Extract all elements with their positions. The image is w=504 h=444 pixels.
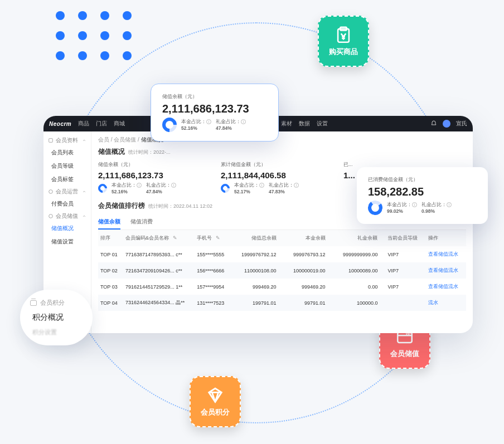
badge-points: 会员积分 <box>190 376 241 427</box>
table-row: TOP 027216347209109426... c**156****6666… <box>98 262 466 279</box>
ops-icon <box>48 189 54 194</box>
pill-header: 会员积分 <box>30 299 83 307</box>
col-principal: 本金余额 <box>284 230 333 246</box>
view-link[interactable]: 查看储值流水 <box>428 251 458 257</box>
info-icon[interactable]: i <box>294 183 299 188</box>
profile-icon <box>48 138 54 143</box>
info-icon[interactable]: i <box>171 183 176 188</box>
stat-label: 储值余额（元） <box>98 161 198 168</box>
col-code: 会员编码&会员名称 ✎ <box>123 230 195 246</box>
info-icon[interactable]: i <box>241 119 246 124</box>
sidebar-item[interactable]: 会员标签 <box>43 173 91 186</box>
donut-icon <box>367 199 384 216</box>
info-icon[interactable]: i <box>259 183 264 188</box>
svg-rect-4 <box>49 139 53 143</box>
bell-icon[interactable] <box>430 120 437 127</box>
badge-purchase: 购买商品 <box>318 16 369 67</box>
chevron-up-icon <box>82 189 86 194</box>
sidebar-item[interactable]: 会员列表 <box>43 146 91 159</box>
app-window: Neocrm 商品 门店 商城 库存 财务 组织 素材 数据 设置 宣氏 会员资… <box>43 116 473 333</box>
edit-icon[interactable]: ✎ <box>173 235 177 241</box>
float-card-consumed: 已消费储值金额（元） 158,282.85 本金占比：i99.02% 礼金占比：… <box>357 167 488 224</box>
col-level: 当前会员等级 <box>385 230 425 246</box>
donut-icon <box>159 115 180 135</box>
username: 宣氏 <box>456 120 467 128</box>
stat-card: 储值余额（元） 2,111,686,123.73 本金占比：i52.16% 礼金… <box>98 161 198 194</box>
table-row: TOP 047316244624564334... 晶**131****7523… <box>98 295 466 311</box>
stack-icon <box>30 300 37 306</box>
nav-item[interactable]: 数据 <box>299 120 310 128</box>
col-op: 操作 <box>426 230 466 246</box>
sidebar-item[interactable]: 储值设置 <box>43 235 91 248</box>
stat-label: 储值余额（元） <box>162 93 267 100</box>
stat-label: 已消费储值金额（元） <box>368 176 477 183</box>
sidebar-item-active[interactable]: 储值概况 <box>43 222 91 235</box>
col-phone: 手机号 ✎ <box>195 230 231 246</box>
col-total: 储值总余额 <box>232 230 284 246</box>
table-row: TOP 037916214451729529... 1**157****9954… <box>98 279 466 295</box>
stat-label: 累计储值金额（元） <box>221 161 321 168</box>
info-icon[interactable]: i <box>447 202 452 207</box>
donut-icon <box>219 182 232 195</box>
points-pill: 会员积分 积分概况 积分设置 <box>20 290 93 345</box>
col-gift: 礼金余额 <box>333 230 386 246</box>
nav-item[interactable]: 商品 <box>78 120 89 128</box>
float-card-balance: 储值余额（元） 2,111,686,123.73 本金占比：i52.16% 礼金… <box>151 84 279 142</box>
view-link[interactable]: 流水 <box>428 300 438 305</box>
view-link[interactable]: 查看储值流水 <box>428 284 458 289</box>
decorative-dots <box>56 11 134 60</box>
svg-point-6 <box>49 214 53 218</box>
pill-item-faded[interactable]: 积分设置 <box>30 328 83 336</box>
sidebar-group[interactable]: 会员储值 <box>43 211 91 222</box>
stat-card: 累计储值金额（元） 2,111,844,406.58 本金占比：i52.17% … <box>221 161 321 194</box>
wallet-icon <box>48 213 54 219</box>
section-title: 储值概况统计时间：2022-... <box>98 147 466 157</box>
sidebar-group[interactable]: 会员运营 <box>43 186 91 197</box>
clipboard-yen-icon <box>334 26 353 45</box>
stat-value: 2,111,844,406.58 <box>221 170 321 180</box>
donut-icon <box>96 182 109 195</box>
avatar[interactable] <box>443 120 450 128</box>
nav-item[interactable]: 商城 <box>114 120 125 128</box>
table-row: TOP 017716387147895393... c**155****5555… <box>98 246 466 262</box>
nav-item[interactable]: 设置 <box>317 120 328 128</box>
chevron-up-icon <box>82 214 86 218</box>
stat-value: 2,111,686,123.73 <box>162 103 267 115</box>
col-rank: 排序 <box>98 230 123 246</box>
diamond-icon <box>206 386 225 405</box>
ranking-table: 排序 会员编码&会员名称 ✎ 手机号 ✎ 储值总余额 本金余额 礼金余额 当前会… <box>98 230 466 311</box>
nav-item[interactable]: 素材 <box>281 120 292 128</box>
sidebar-item[interactable]: 会员等级 <box>43 159 91 173</box>
logo: Neocrm <box>49 121 71 127</box>
tab-consume[interactable]: 储值消费 <box>130 215 153 230</box>
view-link[interactable]: 查看储值流水 <box>428 267 458 273</box>
info-icon[interactable]: i <box>412 202 417 207</box>
sidebar-item[interactable]: 付费会员 <box>43 197 91 211</box>
sidebar-group[interactable]: 会员资料 <box>43 135 91 146</box>
nav-item[interactable]: 门店 <box>96 120 107 128</box>
edit-icon[interactable]: ✎ <box>216 235 220 241</box>
tab-balance[interactable]: 储值余额 <box>98 215 120 230</box>
info-icon[interactable]: i <box>206 119 211 124</box>
stat-value: 158,282.85 <box>368 186 477 198</box>
chevron-up-icon <box>82 138 86 143</box>
main-content: 会员 / 会员储值 / 储值概况 储值概况统计时间：2022-... 储值余额（… <box>91 131 473 333</box>
info-icon[interactable]: i <box>137 183 142 188</box>
stat-value: 2,111,686,123.73 <box>98 170 198 180</box>
pill-item-main[interactable]: 积分概况 <box>30 313 83 323</box>
svg-point-5 <box>49 190 53 194</box>
